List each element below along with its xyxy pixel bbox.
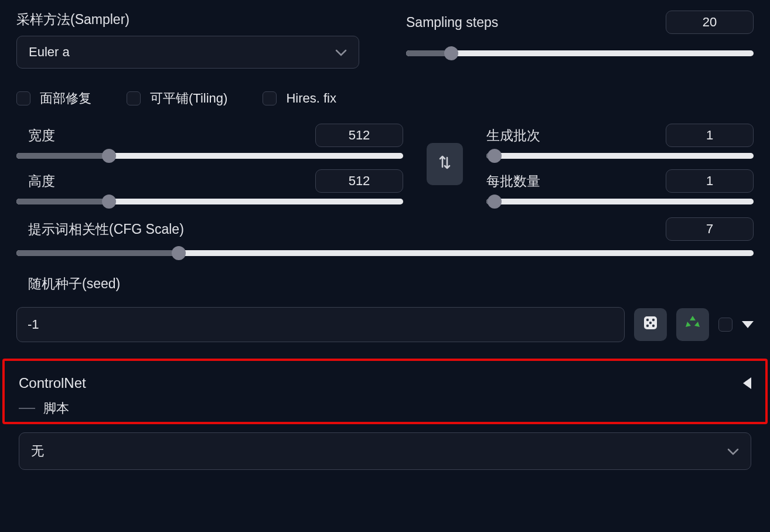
height-label: 高度 [28,172,55,190]
dice-icon [642,314,659,335]
controlnet-title[interactable]: ControlNet [19,375,86,391]
controlnet-section-highlight: ControlNet 脚本 [2,359,768,424]
recycle-icon [684,314,701,335]
svg-point-3 [649,322,652,324]
steps-value[interactable]: 20 [666,11,754,34]
batch-size-value[interactable]: 1 [666,169,754,193]
random-seed-button[interactable] [634,308,667,341]
script-value: 无 [31,442,44,460]
hires-fix-label: Hires. fix [286,91,336,106]
divider-dash [19,408,35,409]
seed-label: 随机种子(seed) [28,275,754,293]
swap-icon [438,154,452,174]
extra-seed-checkbox[interactable] [718,318,732,332]
sampler-label: 采样方法(Sampler) [16,11,359,29]
svg-point-2 [652,319,655,321]
swap-dims-button[interactable] [427,143,463,185]
batch-size-slider[interactable] [486,199,754,204]
steps-label: Sampling steps [406,15,498,30]
batch-size-label: 每批数量 [486,172,540,190]
svg-point-1 [646,319,649,321]
face-restore-checkbox[interactable] [16,91,30,105]
steps-slider[interactable] [406,50,754,56]
face-restore-label: 面部修复 [40,90,91,107]
svg-point-4 [646,325,649,327]
sampler-select[interactable]: Euler a [16,36,359,69]
script-select[interactable]: 无 [19,432,751,470]
width-label: 宽度 [28,127,55,145]
chevron-down-icon [727,444,739,459]
controlnet-collapse-icon[interactable] [743,377,751,389]
script-label: 脚本 [43,400,69,417]
reuse-seed-button[interactable] [676,308,709,341]
batch-count-slider[interactable] [486,153,754,159]
batch-count-label: 生成批次 [486,127,540,145]
cfg-label: 提示词相关性(CFG Scale) [28,220,184,238]
tiling-checkbox[interactable] [127,91,141,105]
width-value[interactable]: 512 [315,124,403,147]
hires-fix-checkbox[interactable] [263,91,277,105]
height-slider[interactable] [16,199,403,204]
tiling-label: 可平铺(Tiling) [150,90,227,107]
cfg-slider[interactable] [16,250,754,256]
cfg-value[interactable]: 7 [666,217,754,241]
sampler-value: Euler a [29,45,70,60]
svg-point-5 [652,325,655,327]
seed-input[interactable] [16,307,625,342]
height-value[interactable]: 512 [315,169,403,193]
chevron-down-icon [335,45,347,60]
width-slider[interactable] [16,153,403,159]
seed-expand-toggle[interactable] [742,321,754,328]
batch-count-value[interactable]: 1 [666,124,754,147]
